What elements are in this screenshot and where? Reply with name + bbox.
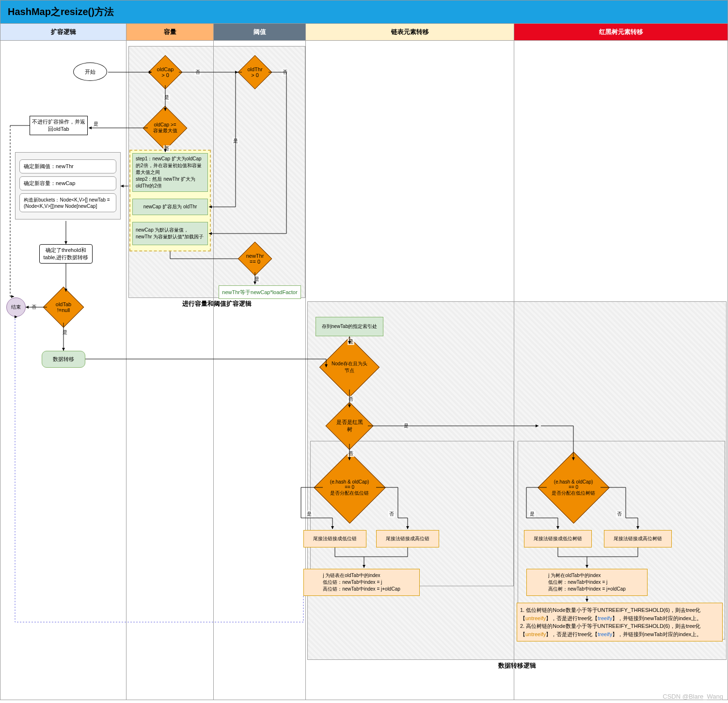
label-no: 否: [348, 450, 354, 457]
page-title: HashMap之resize()方法: [0, 0, 728, 24]
connectors-l3: [214, 41, 306, 700]
label-yes: 是: [163, 94, 170, 101]
after-box: 确定了threhold和table,进行数据转移: [39, 244, 93, 264]
newthr-calc: newThr等于newCap*loadFactor: [219, 285, 301, 299]
label-yes: 是: [232, 138, 239, 144]
newcap-from-thr-note: newCap 扩容后为 oldThr: [132, 199, 208, 215]
lane-head-5: 红黑树元素转移: [514, 24, 728, 41]
label-yes: 是: [403, 422, 410, 429]
lane-head-1: 扩容逻辑: [0, 24, 126, 41]
label-yes: 是: [348, 338, 354, 345]
label-yes: 是: [93, 121, 99, 127]
lane-head-2: 容量: [127, 24, 213, 41]
lane-resize-logic: 扩容逻辑 开始 不进行扩容操作，并返回oldTab 确定新阈值：newThr 确…: [0, 24, 127, 700]
node-head-decision: Node存在且为头节点: [319, 337, 380, 397]
step12-note: step1：newCap 扩大为oldCap的2倍，并在容量初始值和容量最大值之…: [132, 153, 208, 192]
label-no: 否: [388, 511, 395, 517]
end-node: 结束: [6, 297, 26, 317]
new-thr-box: 确定新阈值：newThr: [19, 159, 116, 173]
oldcap-gemax-decision: oldCap >=容量最大值: [143, 106, 188, 151]
start-node: 开始: [73, 62, 107, 81]
label-no: 否: [616, 511, 623, 517]
lane-tree-transfer: 红黑树元素转移 (e.hash & oldCap) == 0 是否分配在低位树链…: [514, 24, 728, 700]
label-no: 否: [282, 69, 288, 76]
newthr-0-decision: newThr == 0: [238, 242, 272, 276]
lane-list-transfer: 链表元素转移 存到newTab的指定索引处 Node存在且为头节点 是否是红黑树…: [306, 24, 514, 700]
store-newtab: 存到newTab的指定索引处: [316, 317, 383, 336]
label-no: 否: [348, 396, 354, 403]
new-cap-box: 确定新容量：newCap: [19, 176, 116, 190]
low-chain: 尾接法链接成低位链: [303, 530, 366, 547]
label-yes: 是: [62, 329, 68, 336]
credit-text: CSDN @Blare_Wang: [663, 693, 723, 700]
connectors-l1: [0, 41, 127, 700]
connectors-l5: [514, 41, 728, 700]
label-no: 否: [31, 304, 37, 311]
list-index-note: j 为链表在oldTab中的index 低位链：newTab中index = j…: [303, 569, 420, 596]
hash-low-list-decision: (e.hash & oldCap) == 0 是否分配在低位链: [314, 452, 385, 523]
new-buckets-box: 构造新buckets：Node<K,V>[] newTab = (Node<K,…: [19, 193, 116, 212]
label-no: 否: [194, 69, 201, 76]
oldcap-gt0-decision: oldCap > 0: [148, 55, 183, 90]
data-move-node: 数据转移: [42, 351, 85, 368]
label-no: 否: [163, 145, 170, 152]
low-tree-chain: 尾接法链接成低位树链: [524, 530, 592, 547]
label-yes: 是: [253, 276, 260, 282]
is-rbt-decision: 是否是红黑树: [326, 402, 374, 450]
lane-head-4: 链表元素转移: [306, 24, 514, 41]
oldtab-notnull-decision: oldTab !=null: [43, 287, 84, 328]
new-values-group: 确定新阈值：newThr 确定新容量：newCap 构造新buckets：Nod…: [15, 152, 121, 219]
lane-head-3: 阈值: [214, 24, 305, 41]
label-yes: 是: [529, 511, 536, 517]
high-tree-chain: 尾接法链接成高位树链: [604, 530, 672, 547]
tree-index-note: j 为树在oldTab中的index 低位树：newTab中index = j …: [526, 569, 648, 596]
label-yes: 是: [306, 511, 313, 517]
lane-threshold: 阈值 oldThr > 0 newThr == 0 newThr等于newCap…: [214, 24, 306, 700]
swimlane-container: 扩容逻辑 开始 不进行扩容操作，并返回oldTab 确定新阈值：newThr 确…: [0, 24, 728, 700]
treeify-note: 1. 低位树链的Node数量小于等于UNTREEIFY_THRESHOLD(6)…: [517, 603, 723, 641]
high-chain: 尾接法链接成高位链: [376, 530, 439, 547]
no-resize-note: 不进行扩容操作，并返回oldTab: [30, 116, 88, 135]
hash-low-tree-decision: (e.hash & oldCap) == 0 是否分配在低位树链: [538, 452, 609, 523]
oldthr-gt0-decision: oldThr > 0: [238, 55, 272, 90]
default-cap-note: newCap 为默认容量值，newThr 为容量默认值*加载因子: [132, 222, 208, 245]
lane-capacity: 容量 oldCap > 0 oldCap >=容量最大值 step1：newCa…: [127, 24, 214, 700]
